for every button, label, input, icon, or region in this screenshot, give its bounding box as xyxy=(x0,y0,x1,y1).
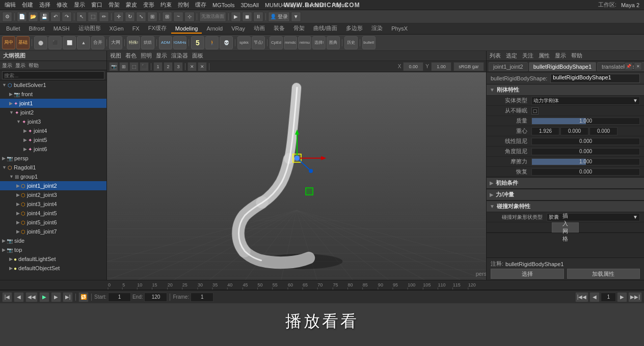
toolbar-lasso[interactable]: ⬚ xyxy=(88,12,98,22)
nav-first-button[interactable]: |◀◀ xyxy=(575,292,589,302)
shelf-icon-spikk[interactable]: spikk xyxy=(237,36,251,49)
expand-j2j3[interactable]: ▶ xyxy=(16,192,20,197)
toolbar-snap-curve[interactable]: ~ xyxy=(173,12,183,22)
viewport-canvas[interactable]: persp xyxy=(107,72,486,280)
shelf-icon-special[interactable]: 特殊! xyxy=(127,36,140,49)
tree-item-joint5joint6[interactable]: ▶ ⬡ joint5_joint6 xyxy=(0,218,106,227)
angdamp-slider[interactable]: 0.000 xyxy=(531,148,640,155)
shelf-tab-poly[interactable]: 多边形 xyxy=(342,23,367,34)
attr-node-value[interactable]: bulletRigidBodyShape1 xyxy=(550,74,640,83)
shelf-icon-focus[interactable]: 局中 xyxy=(2,36,15,49)
expand-joint1[interactable]: ▶ xyxy=(9,101,13,106)
restitution-slider[interactable]: 0.000 xyxy=(531,168,640,176)
attr-focus[interactable]: 关注 xyxy=(522,52,533,60)
tree-item-joint4joint5[interactable]: ▶ ⬡ joint4_joint5 xyxy=(0,209,106,218)
menu-cache[interactable]: 缓存 xyxy=(193,1,209,9)
vp-menu-panel[interactable]: 面板 xyxy=(192,52,203,60)
toolbar-dropdown[interactable]: ▼ xyxy=(291,12,301,22)
shelf-icon-nodepoint[interactable]: 节点! xyxy=(252,36,265,49)
shelf-icon-bigmesh[interactable]: 大网 xyxy=(109,36,122,49)
expand-top[interactable]: ▶ xyxy=(2,247,6,252)
attr-list[interactable]: 列表 xyxy=(490,52,501,60)
vp-btn-2[interactable]: 2 xyxy=(164,62,173,71)
attr-section-rigidbody-header[interactable]: ▼ 刚体特性 xyxy=(487,84,644,96)
outliner-tree[interactable]: ▼ ⬡ bulletSolver1 ▶ 📷 front ▶ ✦ joint1 xyxy=(0,80,106,280)
vp-menu-lighting[interactable]: 照明 xyxy=(141,52,152,60)
shelf-icon-bullet2[interactable]: bullet! xyxy=(362,36,375,49)
vp-btn-1[interactable]: 1 xyxy=(153,62,163,71)
tree-item-lightset[interactable]: ▶ ● defaultLightSet xyxy=(0,254,106,264)
expand-ragdoll[interactable]: ▼ xyxy=(2,165,7,170)
load-attrs-button[interactable]: 加载属性 xyxy=(567,269,640,279)
menu-control[interactable]: 控制 xyxy=(175,1,192,9)
timeline[interactable]: 0 5 10 15 20 25 30 35 40 45 50 55 60 xyxy=(0,280,644,290)
shelf-icon-sphere[interactable]: ⬤ xyxy=(34,36,47,49)
menu-3dtoall[interactable]: 3DtoAll xyxy=(238,2,261,9)
insertmesh-button[interactable]: 插入网格 xyxy=(552,222,579,233)
expand-front[interactable]: ▶ xyxy=(9,92,13,97)
menu-mgtools[interactable]: MGTools xyxy=(210,2,237,9)
outliner-menu-display1[interactable]: 显示 xyxy=(2,62,12,69)
menu-deform[interactable]: 变形 xyxy=(141,1,157,9)
vp-btn-solid[interactable]: ⬛ xyxy=(140,62,149,71)
shelf-tab-physx[interactable]: PhysX xyxy=(387,24,412,34)
expand-joint6[interactable]: ▶ xyxy=(23,147,27,152)
tree-item-persp[interactable]: ▶ 📷 persp xyxy=(0,154,106,163)
go-start-button[interactable]: |◀ xyxy=(2,292,12,302)
menu-create[interactable]: 创建 xyxy=(19,1,36,9)
shelf-icon-curve2[interactable]: 图典 xyxy=(327,36,340,49)
tree-item-joint1[interactable]: ▶ ✦ joint1 xyxy=(0,99,106,108)
workspace-value[interactable]: Maya 2 xyxy=(619,2,642,9)
shelf-icon-combine[interactable]: 合并 xyxy=(91,36,104,49)
shelf-tab-vray[interactable]: VRay xyxy=(227,24,249,34)
toolbar-snap-point[interactable]: ⊹ xyxy=(184,12,195,22)
toolbar-login[interactable]: 👤 登录 xyxy=(268,12,290,22)
toolbar-paint[interactable]: ✏ xyxy=(99,12,109,22)
nav-last-button[interactable]: ▶▶| xyxy=(628,292,642,302)
tree-item-top[interactable]: ▶ 📷 top xyxy=(0,245,106,254)
vp-btn-x[interactable]: ✕ xyxy=(187,62,197,71)
shelf-icon-bake[interactable]: 烘焙 xyxy=(141,36,154,49)
expand-joint5[interactable]: ▶ xyxy=(23,137,27,142)
shelf-tab-render[interactable]: 渲染 xyxy=(367,23,387,34)
toolbar-snap-grid[interactable]: ⊞ xyxy=(162,12,172,22)
tree-item-side[interactable]: ▶ 📷 side xyxy=(0,236,106,245)
attr-props[interactable]: 属性 xyxy=(539,52,550,60)
shelf-tab-bifrost[interactable]: Bifrost xyxy=(25,24,49,34)
vp-menu-view[interactable]: 视图 xyxy=(110,52,121,60)
neversleep-checkbox[interactable]: □ xyxy=(531,107,539,114)
toolbar-render1[interactable]: ▶ xyxy=(231,12,241,22)
menu-modify[interactable]: 修改 xyxy=(54,1,70,9)
attr-content[interactable]: ▼ 刚体特性 实体类型 动力学刚体 ▼ 从不睡眠 □ xyxy=(487,84,644,257)
centermass-x[interactable]: 1.926 xyxy=(531,127,559,135)
shelf-icon-mmdc[interactable]: mmdc xyxy=(284,36,297,49)
toolbar-scale[interactable]: ⤡ xyxy=(136,12,146,22)
shelf-icon-base[interactable]: 基础 xyxy=(16,36,30,49)
tree-item-joint3joint4[interactable]: ▶ ⬡ joint3_joint4 xyxy=(0,199,106,209)
vp-btn-y[interactable]: ✕ xyxy=(198,62,207,71)
go-end-button[interactable]: ▶| xyxy=(63,292,73,302)
step-back-button[interactable]: ◀ xyxy=(14,292,24,302)
step-forward-button[interactable]: ▶ xyxy=(51,292,61,302)
search-input[interactable] xyxy=(2,71,104,79)
tree-item-joint4[interactable]: ▶ ✦ joint4 xyxy=(0,126,106,135)
shelf-icon-cylinder[interactable]: ⬜ xyxy=(63,36,76,49)
bodytype-dropdown[interactable]: 动力学刚体 ▼ xyxy=(531,97,640,105)
menu-select[interactable]: 选择 xyxy=(37,1,53,9)
toolbar-render3[interactable]: ⏸ xyxy=(253,12,263,22)
menu-skeleton[interactable]: 骨架 xyxy=(106,1,122,9)
shelf-icon-figure[interactable]: 🚶 xyxy=(205,36,219,49)
expand-joint2[interactable]: ▼ xyxy=(9,110,14,115)
loop-button[interactable]: 🔁 xyxy=(78,292,89,302)
friction-slider[interactable]: 1.000 xyxy=(531,158,640,165)
expand-joint4[interactable]: ▶ xyxy=(23,128,27,133)
shelf-tab-curve[interactable]: 曲线/曲面 xyxy=(309,23,341,34)
shelf-tab-skeleton[interactable]: 骨架 xyxy=(289,23,309,34)
attr-help[interactable]: 帮助 xyxy=(571,52,582,60)
shelf-tab-xgen[interactable]: XGen xyxy=(105,24,128,34)
vp-btn-3[interactable]: 3 xyxy=(174,62,183,71)
toolbar-gear[interactable]: ⚙ xyxy=(2,12,12,22)
shelf-tab-anim[interactable]: 动画 xyxy=(250,23,269,34)
vp-menu-renderer[interactable]: 渲染器 xyxy=(171,52,188,60)
outliner-menu-display2[interactable]: 显示 xyxy=(15,62,25,69)
